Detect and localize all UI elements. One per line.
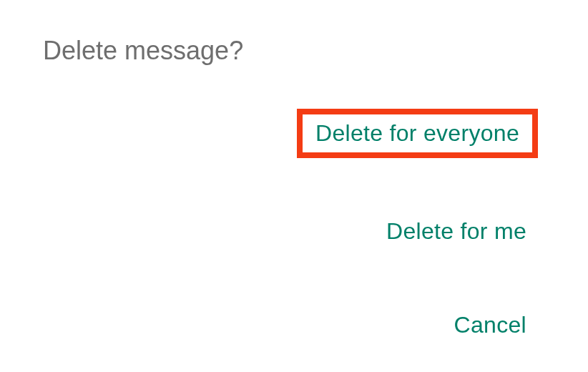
dialog-actions: Delete for everyone Delete for me Cancel bbox=[43, 109, 545, 346]
delete-for-everyone-button[interactable]: Delete for everyone bbox=[297, 109, 538, 158]
delete-message-dialog: Delete message? Delete for everyone Dele… bbox=[0, 0, 588, 372]
dialog-title: Delete message? bbox=[43, 36, 545, 66]
delete-for-me-button[interactable]: Delete for me bbox=[375, 211, 538, 252]
cancel-button[interactable]: Cancel bbox=[443, 305, 538, 346]
